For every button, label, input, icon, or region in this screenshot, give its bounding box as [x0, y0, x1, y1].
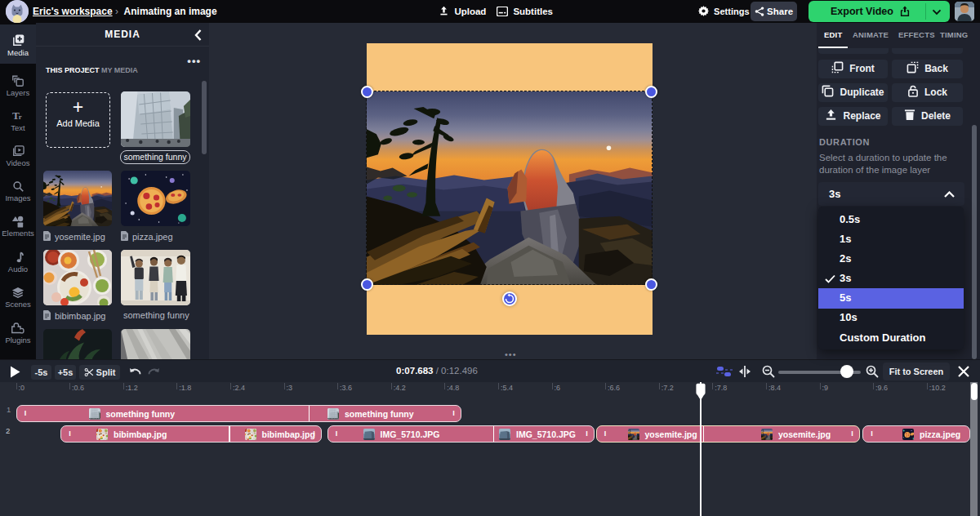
svg-text:r: r — [19, 113, 22, 121]
